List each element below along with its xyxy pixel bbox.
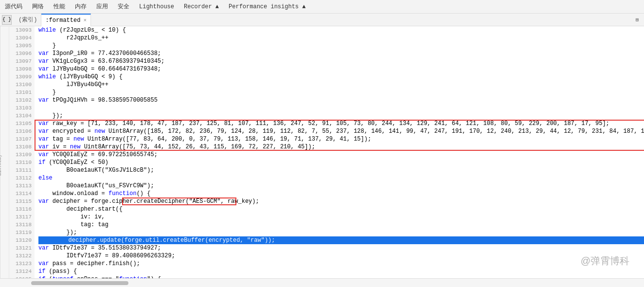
tab-formatted[interactable]: :formatted ×: [41, 14, 91, 26]
line-number: 13122: [9, 252, 32, 260]
line-number: 13118: [9, 221, 32, 229]
code-line: decipher.start({: [38, 205, 644, 213]
nav-application[interactable]: 应用: [95, 2, 109, 11]
line-number: 13109: [9, 151, 32, 159]
nav-performance[interactable]: 性能: [53, 2, 66, 11]
scroll-thumb[interactable]: [31, 281, 128, 285]
code-line: var I3ponP_iR0 = 77.42370600466538;: [38, 50, 644, 57]
code-line: var pass = decipher.finish();: [38, 260, 644, 268]
line-number: 13124: [9, 268, 32, 275]
line-number: 13108: [9, 143, 32, 151]
code-line: iv: iv,: [38, 213, 644, 221]
code-line: var VK1gLcGgx3 = 63.678639379410345;: [38, 57, 644, 65]
code-line: var raw_key = [71, 233, 140, 178, 47, 18…: [38, 120, 644, 127]
code-line: var encrypted = new Uint8Array([185, 172…: [38, 127, 644, 135]
line-number: 13101: [9, 89, 32, 96]
source-tree-icon[interactable]: { }: [2, 15, 12, 25]
code-line: B0oae1auKT("XGsJV1L8cB");: [38, 166, 644, 174]
line-number: 13120: [9, 236, 32, 244]
code-line: });: [38, 112, 644, 120]
nav-lighthouse[interactable]: Lighthouse: [138, 3, 175, 10]
tab-close-icon[interactable]: ×: [83, 18, 87, 23]
nav-performance-insights[interactable]: Performance insights ▲: [228, 3, 306, 10]
code-wrapper: while (r2JqpzL0s_ < 10) { r2JqpzL0s_++ }…: [35, 26, 644, 278]
line-number: 13097: [9, 57, 32, 65]
line-number: 13105: [9, 120, 32, 127]
tab-bar: { } (索引) :formatted × ⊞: [0, 14, 644, 26]
line-number: 13093: [9, 26, 32, 34]
code-area: ain.htm) 1309313094130951309613097130981…: [0, 26, 644, 278]
code-line: else: [38, 174, 644, 182]
code-line: });: [38, 229, 644, 236]
code-line: window.onload = function() {: [38, 190, 644, 197]
code-line: var iv = new Uint8Array([75, 73, 44, 152…: [38, 143, 644, 151]
expand-icon[interactable]: ⊞: [632, 15, 642, 25]
nav-recorder[interactable]: Recorder ▲: [183, 3, 220, 10]
nav-source[interactable]: 源代码: [4, 2, 23, 11]
left-sidebar: ain.htm): [0, 26, 0, 278]
line-number: 13116: [9, 205, 32, 213]
top-nav: 源代码 网络 性能 内存 应用 安全 Lighthouse Recorder ▲…: [0, 0, 644, 14]
line-number: 13121: [9, 244, 32, 252]
line-number: 13112: [9, 174, 32, 182]
code-line: tag: tag: [38, 221, 644, 229]
line-number: 13114: [9, 190, 32, 197]
code-line: var lJYByu4bGQ = 60.66464731679348;: [38, 65, 644, 73]
tab-index[interactable]: (索引): [15, 14, 41, 26]
code-line: if (YC0Q0IaEyZ < 50): [38, 159, 644, 166]
line-number: 13100: [9, 81, 32, 89]
code-line: IDtfv71e37 = 89.40086096263329;: [38, 252, 644, 260]
line-number: 13119: [9, 229, 32, 236]
code-line: var tag = new Uint8Array([77, 83, 64, 20…: [38, 135, 644, 143]
code-line: [38, 104, 644, 112]
code-line: if (pass) {: [38, 268, 644, 275]
line-number: 13094: [9, 34, 32, 42]
line-number: 13115: [9, 197, 32, 205]
line-number: 13102: [9, 96, 32, 104]
line-number: 13125: [9, 275, 32, 278]
nav-network[interactable]: 网络: [31, 2, 45, 11]
line-number: 13110: [9, 159, 32, 166]
code-line: decipher.update(forge.util.createBuffer(…: [38, 236, 644, 244]
code-content[interactable]: while (r2JqpzL0s_ < 10) { r2JqpzL0s_++ }…: [35, 26, 644, 278]
code-line: var decipher = forge.cipher.createDeciph…: [38, 197, 644, 205]
line-numbers: 1309313094130951309613097130981309913100…: [9, 26, 35, 278]
code-line: while (r2JqpzL0s_ < 10) {: [38, 26, 644, 34]
line-number: 13123: [9, 260, 32, 268]
code-line: if (typeof onPass === "function") {: [38, 275, 644, 278]
line-number: 13095: [9, 42, 32, 50]
line-number: 13098: [9, 65, 32, 73]
line-number: 13106: [9, 127, 32, 135]
code-line: lJYByu4bGQ++: [38, 81, 644, 89]
code-line: var YC0Q0IaEyZ = 69.9722510655745;: [38, 151, 644, 159]
line-number: 13099: [9, 73, 32, 81]
code-line: var tPOgJQiHVh = 98.53859570005855: [38, 96, 644, 104]
nav-memory[interactable]: 内存: [74, 2, 88, 11]
line-number: 13104: [9, 112, 32, 120]
bottom-scrollbar[interactable]: [0, 278, 644, 287]
line-number: 13113: [9, 182, 32, 190]
code-line: }: [38, 89, 644, 96]
breakpoint-gutter: [0, 26, 9, 278]
code-line: r2JqpzL0s_++: [38, 34, 644, 42]
code-line: var IDtfv71e37 = 35.51538033794927;: [38, 244, 644, 252]
line-number: 13111: [9, 166, 32, 174]
line-number: 13117: [9, 213, 32, 221]
sidebar-label: ain.htm): [0, 155, 2, 176]
line-number: 13107: [9, 135, 32, 143]
nav-security[interactable]: 安全: [117, 2, 130, 11]
code-line: B0oae1auKT("us_FSVrC9W");: [38, 182, 644, 190]
line-number: 13096: [9, 50, 32, 57]
code-line: }: [38, 42, 644, 50]
line-number: 13103: [9, 104, 32, 112]
code-line: while (lJYByu4bGQ < 9) {: [38, 73, 644, 81]
